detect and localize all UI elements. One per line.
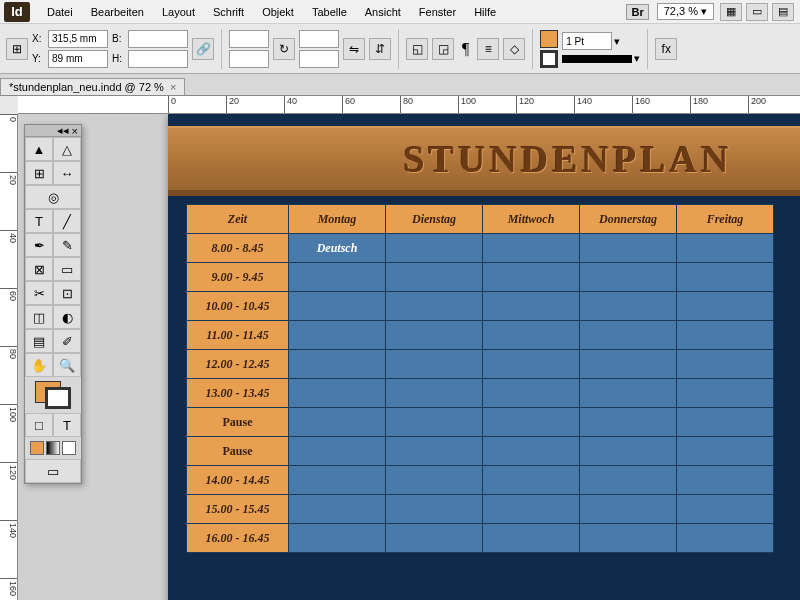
zoom-level-dropdown[interactable]: 72,3 % ▾ xyxy=(657,3,714,20)
note-tool[interactable]: ▤ xyxy=(25,329,53,353)
stroke-weight-input[interactable] xyxy=(562,32,612,50)
schedule-cell[interactable] xyxy=(580,466,677,495)
schedule-cell[interactable] xyxy=(483,292,580,321)
line-tool[interactable]: ╱ xyxy=(53,209,81,233)
schedule-cell[interactable] xyxy=(289,408,386,437)
constrain-icon[interactable]: 🔗 xyxy=(192,38,214,60)
flip-h-icon[interactable]: ⇋ xyxy=(343,38,365,60)
schedule-cell[interactable] xyxy=(483,408,580,437)
fill-swatch[interactable] xyxy=(540,30,558,48)
menu-layout[interactable]: Layout xyxy=(153,6,204,18)
menu-datei[interactable]: Datei xyxy=(38,6,82,18)
hand-tool[interactable]: ✋ xyxy=(25,353,53,377)
free-transform-tool[interactable]: ⊡ xyxy=(53,281,81,305)
select-content-icon[interactable]: ◲ xyxy=(432,38,454,60)
content-tool[interactable]: ◎ xyxy=(25,185,81,209)
time-cell[interactable]: Pause xyxy=(187,408,289,437)
schedule-cell[interactable] xyxy=(289,495,386,524)
time-cell[interactable]: 8.00 - 8.45 xyxy=(187,234,289,263)
schedule-cell[interactable] xyxy=(289,524,386,553)
screen-mode-icon[interactable]: ▭ xyxy=(746,3,768,21)
rectangle-frame-tool[interactable]: ⊠ xyxy=(25,257,53,281)
effects-icon[interactable]: fx xyxy=(655,38,677,60)
page-tool[interactable]: ⊞ xyxy=(25,161,53,185)
schedule-cell[interactable] xyxy=(677,263,774,292)
schedule-cell[interactable] xyxy=(289,437,386,466)
h-input[interactable] xyxy=(128,50,188,68)
menu-schrift[interactable]: Schrift xyxy=(204,6,253,18)
schedule-cell[interactable] xyxy=(677,350,774,379)
schedule-cell[interactable] xyxy=(580,263,677,292)
pen-tool[interactable]: ✒ xyxy=(25,233,53,257)
paragraph-icon[interactable]: ¶ xyxy=(462,40,469,58)
schedule-cell[interactable] xyxy=(289,379,386,408)
collapse-icon[interactable]: ◂◂ xyxy=(57,124,69,137)
schedule-cell[interactable] xyxy=(677,292,774,321)
time-cell[interactable]: 14.00 - 14.45 xyxy=(187,466,289,495)
gap-tool[interactable]: ↔ xyxy=(53,161,81,185)
type-tool[interactable]: T xyxy=(25,209,53,233)
gradient-feather-tool[interactable]: ◐ xyxy=(53,305,81,329)
schedule-cell[interactable] xyxy=(386,292,483,321)
schedule-cell[interactable] xyxy=(677,495,774,524)
apply-color-icon[interactable] xyxy=(30,441,44,455)
rotate-icon[interactable]: ↻ xyxy=(273,38,295,60)
scale-x-input[interactable] xyxy=(229,30,269,48)
schedule-cell[interactable] xyxy=(580,234,677,263)
x-input[interactable] xyxy=(48,30,108,48)
table-row[interactable]: Pause xyxy=(187,408,774,437)
view-mode-tool[interactable]: ▭ xyxy=(25,459,81,483)
view-options-icon[interactable]: ▦ xyxy=(720,3,742,21)
apply-none-icon[interactable] xyxy=(62,441,76,455)
tab-close-icon[interactable]: × xyxy=(170,81,176,93)
menu-objekt[interactable]: Objekt xyxy=(253,6,303,18)
schedule-cell[interactable] xyxy=(386,379,483,408)
w-input[interactable] xyxy=(128,30,188,48)
time-cell[interactable]: 12.00 - 12.45 xyxy=(187,350,289,379)
table-row[interactable]: 10.00 - 10.45 xyxy=(187,292,774,321)
menu-tabelle[interactable]: Tabelle xyxy=(303,6,356,18)
schedule-cell[interactable] xyxy=(386,263,483,292)
table-row[interactable]: 15.00 - 15.45 xyxy=(187,495,774,524)
time-cell[interactable]: Pause xyxy=(187,437,289,466)
schedule-cell[interactable] xyxy=(386,408,483,437)
schedule-cell[interactable] xyxy=(677,437,774,466)
time-cell[interactable]: 9.00 - 9.45 xyxy=(187,263,289,292)
text-wrap-icon[interactable]: ≡ xyxy=(477,38,499,60)
menu-bearbeiten[interactable]: Bearbeiten xyxy=(82,6,153,18)
schedule-cell[interactable] xyxy=(386,350,483,379)
table-row[interactable]: 13.00 - 13.45 xyxy=(187,379,774,408)
schedule-cell[interactable] xyxy=(580,379,677,408)
menu-fenster[interactable]: Fenster xyxy=(410,6,465,18)
schedule-cell[interactable] xyxy=(289,292,386,321)
schedule-cell[interactable] xyxy=(289,321,386,350)
menu-ansicht[interactable]: Ansicht xyxy=(356,6,410,18)
schedule-cell[interactable] xyxy=(483,524,580,553)
time-cell[interactable]: 11.00 - 11.45 xyxy=(187,321,289,350)
schedule-cell[interactable] xyxy=(386,466,483,495)
bridge-button[interactable]: Br xyxy=(626,4,648,20)
selection-tool[interactable]: ▲ xyxy=(25,137,53,161)
table-row[interactable]: 14.00 - 14.45 xyxy=(187,466,774,495)
schedule-cell[interactable] xyxy=(483,495,580,524)
schedule-cell[interactable] xyxy=(386,321,483,350)
schedule-cell[interactable] xyxy=(483,263,580,292)
schedule-cell[interactable] xyxy=(580,524,677,553)
reference-point-icon[interactable]: ⊞ xyxy=(6,38,28,60)
rectangle-tool[interactable]: ▭ xyxy=(53,257,81,281)
document-page[interactable]: STUNDENPLAN ZeitMontagDienstagMittwochDo… xyxy=(168,114,800,600)
schedule-cell[interactable] xyxy=(677,321,774,350)
time-cell[interactable]: 10.00 - 10.45 xyxy=(187,292,289,321)
schedule-cell[interactable] xyxy=(386,437,483,466)
schedule-cell[interactable] xyxy=(677,408,774,437)
schedule-cell[interactable] xyxy=(677,466,774,495)
schedule-cell[interactable] xyxy=(580,437,677,466)
y-input[interactable] xyxy=(48,50,108,68)
table-row[interactable]: Pause xyxy=(187,437,774,466)
close-icon[interactable]: × xyxy=(72,125,78,137)
schedule-cell[interactable] xyxy=(483,321,580,350)
schedule-cell[interactable] xyxy=(483,379,580,408)
schedule-cell[interactable] xyxy=(289,466,386,495)
shear-input[interactable] xyxy=(299,50,339,68)
scissors-tool[interactable]: ✂ xyxy=(25,281,53,305)
